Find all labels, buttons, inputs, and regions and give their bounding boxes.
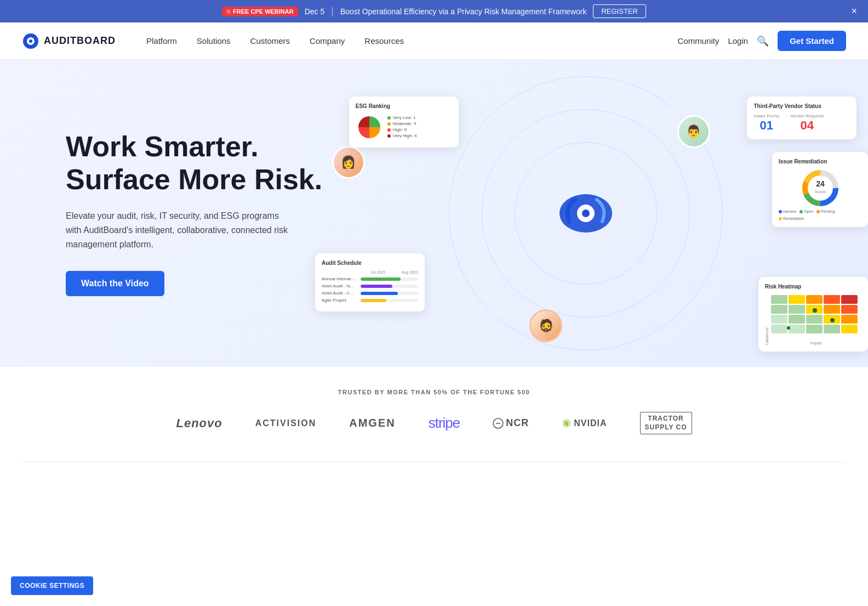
nav-item-resources[interactable]: Resources: [356, 32, 413, 50]
vendor-numbers: Intake Forms 01 Vendor Requests 04: [753, 114, 850, 133]
svg-rect-17: [824, 295, 840, 304]
logo-ncr: NCR: [493, 417, 529, 429]
nav-item-customers[interactable]: Customers: [242, 32, 299, 50]
logo-text: AUDITBOARD: [44, 35, 116, 47]
ncr-icon: [493, 418, 504, 429]
divider: [22, 462, 846, 462]
heatmap-svg: [771, 294, 859, 338]
svg-rect-28: [841, 315, 858, 324]
nav-links: Platform Solutions Customers Company Res…: [138, 32, 678, 50]
navbar: AUDITBOARD Platform Solutions Customers …: [0, 22, 868, 60]
banner-close-button[interactable]: ×: [851, 5, 857, 17]
heatmap-grid: Impact: [771, 294, 861, 345]
watch-video-button[interactable]: Watch the Video: [66, 271, 164, 296]
issue-card: Issue Remediation 24 Issues Inactive Ope…: [772, 152, 868, 227]
audit-row-1: Annual Internal ...: [322, 276, 418, 281]
audit-row-3: Hotel Audit - C...: [322, 291, 418, 296]
svg-rect-32: [824, 325, 840, 333]
trusted-label: TRUSTED BY MORE THAN 50% OF THE FORTUNE …: [22, 389, 846, 395]
esg-card-title: ESG Ranking: [356, 103, 452, 109]
svg-rect-22: [824, 305, 840, 314]
svg-point-5: [582, 209, 590, 217]
esg-pie-container: Very Low: 1 Moderate: 5 High: 6 Very Hig…: [356, 114, 452, 141]
nav-community[interactable]: Community: [678, 36, 719, 46]
register-button[interactable]: REGISTER: [593, 4, 646, 18]
trusted-section: TRUSTED BY MORE THAN 50% OF THE FORTUNE …: [0, 367, 868, 462]
svg-point-36: [787, 326, 790, 330]
svg-rect-15: [789, 295, 805, 304]
logo-icon: [22, 32, 39, 50]
esg-card: ESG Ranking Very Low: 1 Moderate: 5 High…: [349, 97, 459, 148]
vendor-card-title: Third-Party Vendor Status: [753, 103, 850, 109]
svg-rect-30: [789, 325, 805, 333]
hero-visual: 👩 👨 🧔 ESG Ranking Very Low: 1: [304, 60, 868, 367]
heatmap-x-label: Impact: [771, 341, 861, 345]
svg-text:N: N: [564, 421, 569, 427]
svg-text:Issues: Issues: [814, 190, 826, 194]
audit-row-4: Agile Project: [322, 298, 418, 303]
hero-content: Work Smarter. Surface More Risk. Elevate…: [66, 131, 322, 296]
nav-right: Community Login 🔍 Get Started: [678, 31, 846, 51]
search-icon[interactable]: 🔍: [757, 35, 769, 47]
svg-rect-18: [841, 295, 858, 304]
nav-item-solutions[interactable]: Solutions: [188, 32, 239, 50]
audit-cols: Jul 2023 Aug 2023: [322, 270, 418, 274]
heatmap-y-label: Likelihood: [765, 294, 769, 345]
nav-item-platform[interactable]: Platform: [138, 32, 186, 50]
svg-rect-24: [771, 315, 787, 324]
audit-card: Audit Schedule Jul 2023 Aug 2023 Annual …: [315, 253, 425, 312]
heatmap-card-title: Risk Heatmap: [765, 284, 861, 290]
svg-rect-23: [841, 305, 858, 314]
nvidia-icon: N: [562, 418, 572, 428]
badge-text: FREE CPE WEBINAR: [233, 8, 294, 15]
logo-nvidia: N NVIDIA: [562, 418, 607, 428]
svg-rect-31: [806, 325, 823, 333]
heatmap-content: Likelihood: [765, 294, 861, 345]
logo-amgen: AMGEN: [349, 417, 395, 429]
svg-text:24: 24: [816, 179, 825, 188]
avatar-2: 👨: [677, 115, 710, 148]
banner-date: Dec 5: [305, 7, 325, 16]
logos-row: Lenovo ACTIVISION AMGEN stripe NCR N NVI…: [22, 412, 846, 434]
avatar-1: 👩: [332, 146, 365, 179]
hero-section: Work Smarter. Surface More Risk. Elevate…: [0, 60, 868, 367]
issue-card-title: Issue Remediation: [779, 158, 861, 165]
logo-link[interactable]: AUDITBOARD: [22, 32, 116, 50]
nav-item-company[interactable]: Company: [301, 32, 353, 50]
nav-login[interactable]: Login: [728, 36, 748, 46]
svg-rect-16: [806, 295, 823, 304]
logo-tractor: TRACTOR SUPPLY CO: [640, 412, 692, 434]
logo-stripe: stripe: [429, 415, 460, 432]
svg-rect-26: [806, 315, 823, 324]
issue-donut-chart: 24 Issues: [801, 169, 840, 207]
audit-card-title: Audit Schedule: [322, 260, 418, 266]
heatmap-card: Risk Heatmap Likelihood: [758, 277, 868, 352]
svg-point-2: [29, 39, 32, 43]
vendor-intake: Intake Forms 01: [753, 114, 779, 133]
svg-rect-14: [771, 295, 787, 304]
banner-separator: |: [331, 5, 334, 17]
get-started-button[interactable]: Get Started: [778, 31, 846, 51]
badge-dot: [226, 9, 231, 14]
logo-activision: ACTIVISION: [255, 418, 317, 428]
banner-message: Boost Operational Efficiency via a Priva…: [340, 7, 586, 16]
svg-point-34: [813, 308, 817, 313]
svg-rect-33: [841, 325, 858, 333]
hero-title: Work Smarter. Surface More Risk.: [66, 131, 322, 196]
audit-row-2: Hotel Audit - N...: [322, 284, 418, 288]
hero-subtitle: Elevate your audit, risk, IT security, a…: [66, 209, 296, 251]
top-banner: FREE CPE WEBINAR Dec 5 | Boost Operation…: [0, 0, 868, 22]
svg-point-35: [830, 318, 835, 322]
svg-rect-29: [771, 325, 787, 333]
svg-rect-19: [771, 305, 787, 314]
svg-rect-20: [789, 305, 805, 314]
banner-badge: FREE CPE WEBINAR: [222, 7, 298, 16]
svg-rect-25: [789, 315, 805, 324]
vendor-card: Third-Party Vendor Status Intake Forms 0…: [747, 97, 856, 139]
vendor-requests: Vendor Requests 04: [790, 114, 824, 133]
logo-lenovo: Lenovo: [176, 416, 222, 431]
esg-legend: Very Low: 1 Moderate: 5 High: 6 Very Hig…: [387, 115, 417, 139]
center-logo: [558, 186, 613, 241]
esg-pie-chart: [356, 114, 383, 141]
issue-legend: Inactive Open Pending Remediated: [779, 209, 861, 220]
